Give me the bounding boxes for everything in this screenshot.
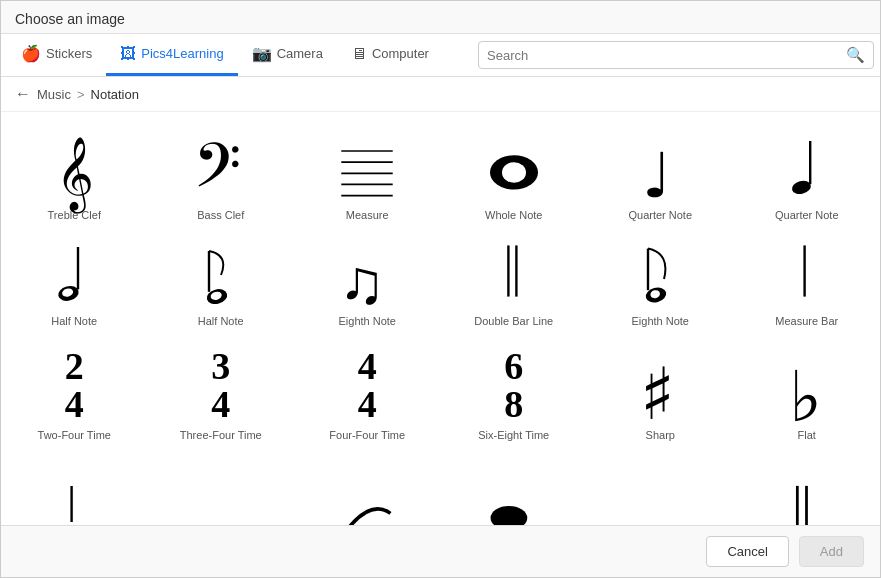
camera-icon: 📷 [252, 44, 272, 63]
search-box: 🔍 [478, 41, 874, 69]
two-four-time-label: Two-Four Time [38, 429, 111, 441]
measure-bar-symbol [777, 239, 837, 311]
image-cell-bass-clef[interactable]: 𝄢 Bass Clef [148, 122, 295, 228]
add-button[interactable]: Add [799, 536, 864, 567]
flat-label: Flat [798, 429, 816, 441]
quarter-note-1-label: Quarter Note [628, 209, 692, 221]
image-cell-flat[interactable]: ♭ Flat [734, 334, 881, 448]
breadcrumb-music[interactable]: Music [37, 87, 71, 102]
tab-stickers[interactable]: 🍎 Stickers [7, 34, 106, 76]
tab-pics4learning-label: Pics4Learning [141, 46, 223, 61]
four-four-time-symbol: 4 4 [358, 345, 377, 425]
three-four-time-symbol: 3 4 [211, 345, 230, 425]
double-bar-line-symbol [484, 239, 544, 311]
dialog: Choose an image 🍎 Stickers 🖼 Pics4Learni… [0, 0, 881, 578]
svg-text:𝄢: 𝄢 [193, 132, 241, 214]
measure-symbol [337, 133, 397, 205]
quarter-note-2-label: Quarter Note [775, 209, 839, 221]
treble-clef-symbol: 𝄞 [44, 133, 104, 205]
image-grid: 𝄞 Treble Clef 𝄢 Bass Clef [1, 122, 880, 525]
partial-5-symbol [630, 470, 690, 525]
measure-bar-label: Measure Bar [775, 315, 838, 327]
image-cell-partial-5[interactable] [587, 448, 734, 525]
image-cell-sharp[interactable]: ♯ Sharp [587, 334, 734, 448]
half-note-1-symbol [44, 239, 104, 311]
image-cell-whole-note[interactable]: Whole Note [441, 122, 588, 228]
whole-note-label: Whole Note [485, 209, 542, 221]
cancel-button[interactable]: Cancel [706, 536, 788, 567]
six-eight-time-symbol: 6 8 [504, 345, 523, 425]
svg-text:♭: ♭ [789, 358, 822, 435]
image-cell-eighth-note[interactable]: ♫ Eighth Note [294, 228, 441, 334]
bass-clef-symbol: 𝄢 [191, 133, 251, 205]
image-cell-four-four-time[interactable]: 4 4 Four-Four Time [294, 334, 441, 448]
footer: Cancel Add [1, 525, 880, 577]
bass-clef-label: Bass Clef [197, 209, 244, 221]
tab-stickers-label: Stickers [46, 46, 92, 61]
image-cell-half-note-1[interactable]: Half Note [1, 228, 148, 334]
tab-pics4learning[interactable]: 🖼 Pics4Learning [106, 35, 237, 76]
image-cell-partial-4[interactable] [441, 448, 588, 525]
four-four-time-label: Four-Four Time [329, 429, 405, 441]
half-note-1-label: Half Note [51, 315, 97, 327]
whole-note-symbol [484, 133, 544, 205]
measure-label: Measure [346, 209, 389, 221]
eighth-note-symbol: ♫ [337, 239, 397, 311]
sharp-label: Sharp [646, 429, 675, 441]
breadcrumb: ← Music > Notation [1, 77, 880, 112]
svg-text:♫: ♫ [339, 248, 385, 316]
svg-point-8 [502, 162, 526, 183]
tab-computer-label: Computer [372, 46, 429, 61]
quarter-note-1-symbol: ♩ [630, 133, 690, 205]
three-four-time-label: Three-Four Time [180, 429, 262, 441]
image-cell-quarter-note-2[interactable]: Quarter Note [734, 122, 881, 228]
image-cell-half-note-2[interactable]: Half Note [148, 228, 295, 334]
double-bar-line-label: Double Bar Line [474, 315, 553, 327]
dialog-title: Choose an image [1, 1, 880, 34]
breadcrumb-separator: > [77, 87, 85, 102]
image-cell-measure[interactable]: Measure [294, 122, 441, 228]
image-cell-two-four-time[interactable]: 2 4 Two-Four Time [1, 334, 148, 448]
search-input[interactable] [487, 48, 846, 63]
sharp-symbol: ♯ [630, 353, 690, 425]
image-cell-partial-1[interactable] [1, 448, 148, 525]
image-cell-measure-bar[interactable]: Measure Bar [734, 228, 881, 334]
image-cell-quarter-note-1[interactable]: ♩ Quarter Note [587, 122, 734, 228]
two-four-time-symbol: 2 4 [65, 345, 84, 425]
content-area[interactable]: 𝄞 Treble Clef 𝄢 Bass Clef [1, 112, 880, 525]
back-button[interactable]: ← [15, 85, 31, 103]
half-note-2-symbol [191, 239, 251, 311]
image-cell-partial-3[interactable] [294, 448, 441, 525]
tabs-row: 🍎 Stickers 🖼 Pics4Learning 📷 Camera 🖥 Co… [1, 34, 880, 77]
partial-2-symbol [191, 470, 251, 525]
computer-icon: 🖥 [351, 45, 367, 63]
partial-6-symbol [777, 470, 837, 525]
eighth-note-label: Eighth Note [339, 315, 396, 327]
svg-text:♩: ♩ [642, 141, 671, 210]
image-cell-six-eight-time[interactable]: 6 8 Six-Eight Time [441, 334, 588, 448]
svg-point-28 [491, 506, 528, 525]
stickers-icon: 🍎 [21, 44, 41, 63]
search-icon: 🔍 [846, 46, 865, 64]
partial-1-symbol [44, 470, 104, 525]
image-cell-three-four-time[interactable]: 3 4 Three-Four Time [148, 334, 295, 448]
partial-3-symbol [337, 470, 397, 525]
tab-camera-label: Camera [277, 46, 323, 61]
tab-computer[interactable]: 🖥 Computer [337, 35, 443, 76]
svg-text:𝄞: 𝄞 [56, 137, 94, 214]
image-cell-double-bar-line[interactable]: Double Bar Line [441, 228, 588, 334]
image-cell-partial-2[interactable] [148, 448, 295, 525]
breadcrumb-notation: Notation [91, 87, 139, 102]
flat-symbol: ♭ [777, 353, 837, 425]
image-cell-partial-6[interactable] [734, 448, 881, 525]
treble-clef-label: Treble Clef [48, 209, 101, 221]
quarter-note-2-symbol [777, 133, 837, 205]
partial-4-symbol [484, 470, 544, 525]
eighth-note-2-label: Eighth Note [632, 315, 689, 327]
eighth-note-2-symbol [630, 239, 690, 311]
image-cell-eighth-note-2[interactable]: Eighth Note [587, 228, 734, 334]
six-eight-time-label: Six-Eight Time [478, 429, 549, 441]
image-cell-treble-clef[interactable]: 𝄞 Treble Clef [1, 122, 148, 228]
pics4learning-icon: 🖼 [120, 45, 136, 63]
tab-camera[interactable]: 📷 Camera [238, 34, 337, 76]
